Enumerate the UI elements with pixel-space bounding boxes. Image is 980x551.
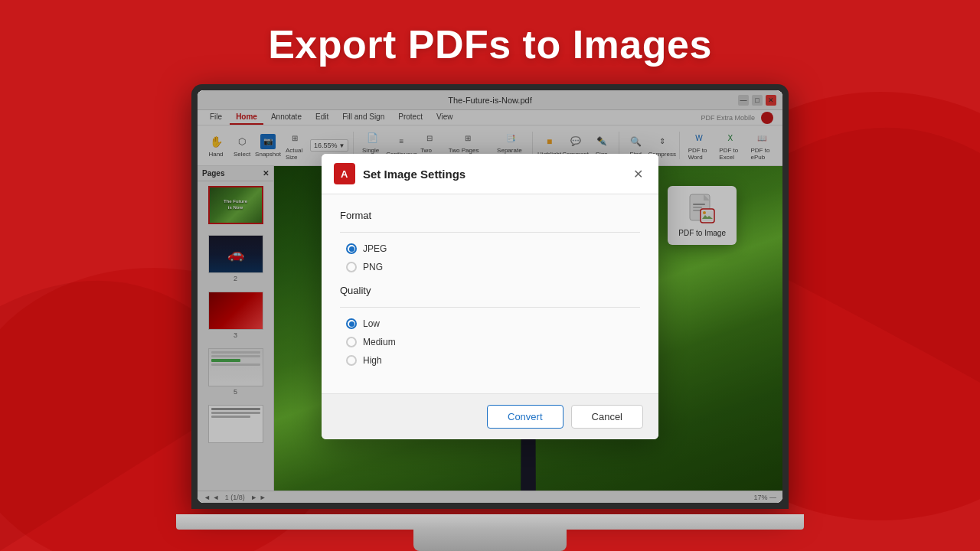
svg-text:A: A	[341, 168, 348, 180]
page-title-text: Export PDFs to Images	[268, 22, 712, 67]
format-png-option[interactable]: PNG	[346, 262, 640, 272]
modal-dialog: A Set Image Settings ✕ Format	[322, 154, 658, 439]
format-radio-group: JPEG PNG	[340, 243, 640, 272]
modal-overlay: A Set Image Settings ✕ Format	[198, 90, 782, 503]
quality-section: Quality Low	[340, 285, 640, 366]
modal-footer: Convert Cancel	[322, 393, 658, 439]
quality-low-option[interactable]: Low	[346, 318, 640, 329]
low-radio-dot	[349, 321, 354, 327]
quality-high-option[interactable]: High	[346, 355, 640, 366]
low-radio-circle	[346, 318, 357, 329]
jpeg-label: JPEG	[363, 243, 387, 254]
modal-close-button[interactable]: ✕	[629, 165, 646, 182]
page-title: Export PDFs to Images	[0, 21, 980, 67]
laptop-screen-outer: The-Future-is-Now.pdf — □ ✕ File Home An…	[191, 84, 789, 509]
laptop-screen-inner: The-Future-is-Now.pdf — □ ✕ File Home An…	[198, 90, 782, 503]
jpeg-radio-circle	[346, 243, 357, 254]
quality-label: Quality	[340, 285, 640, 296]
low-label: Low	[363, 318, 380, 329]
modal-header-left: A Set Image Settings	[334, 163, 466, 184]
format-divider	[340, 232, 640, 233]
cancel-button[interactable]: Cancel	[571, 405, 643, 429]
modal-header: A Set Image Settings ✕	[322, 154, 658, 194]
png-radio-circle	[346, 262, 357, 272]
format-label: Format	[340, 210, 640, 221]
high-radio-circle	[346, 355, 357, 366]
format-section: Format JPEG	[340, 210, 640, 272]
modal-body: Format JPEG	[322, 194, 658, 393]
jpeg-radio-dot	[349, 246, 354, 252]
convert-button[interactable]: Convert	[487, 405, 564, 429]
medium-label: Medium	[363, 337, 396, 347]
laptop-foot	[413, 530, 567, 551]
quality-medium-option[interactable]: Medium	[346, 337, 640, 347]
quality-divider	[340, 307, 640, 308]
quality-radio-group: Low Medium High	[340, 318, 640, 366]
high-label: High	[363, 355, 382, 366]
medium-radio-circle	[346, 337, 357, 347]
modal-title: Set Image Settings	[363, 168, 466, 181]
laptop-frame: The-Future-is-Now.pdf — □ ✕ File Home An…	[176, 84, 804, 551]
png-label: PNG	[363, 262, 383, 272]
format-jpeg-option[interactable]: JPEG	[346, 243, 640, 254]
laptop-base	[176, 514, 804, 530]
modal-app-icon: A	[334, 163, 355, 184]
modal-icon-svg: A	[337, 166, 352, 181]
